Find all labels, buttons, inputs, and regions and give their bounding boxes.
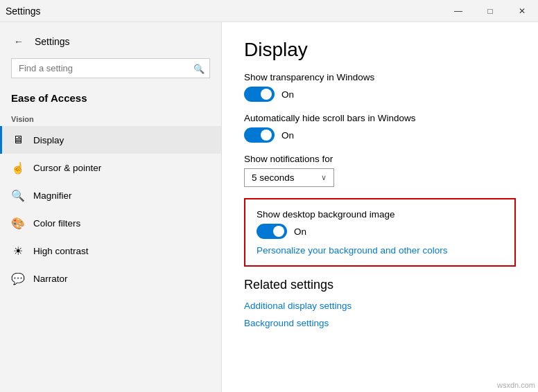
app-body: ← Settings 🔍 Ease of Access Vision 🖥 Dis… xyxy=(0,22,538,392)
sidebar-item-narrator[interactable]: 💬 Narrator xyxy=(0,265,221,292)
sidebar-item-colorfilters[interactable]: 🎨 Color filters xyxy=(0,209,221,237)
dropdown-value: 5 seconds xyxy=(252,172,295,183)
display-icon: 🖥 xyxy=(11,133,25,147)
sidebar-item-label: Narrator xyxy=(33,274,68,284)
sidebar: ← Settings 🔍 Ease of Access Vision 🖥 Dis… xyxy=(0,22,222,392)
ease-of-access-label: Ease of Access xyxy=(0,87,221,109)
search-input[interactable] xyxy=(11,58,210,78)
notifications-setting: Show notifications for 5 seconds ∨ xyxy=(244,154,516,187)
background-image-label: Show desktop background image xyxy=(257,209,503,220)
scrollbars-toggle-state: On xyxy=(281,130,294,141)
window-controls: — □ ✕ xyxy=(442,0,538,22)
sidebar-item-display[interactable]: 🖥 Display xyxy=(0,126,221,154)
title-bar-title: Settings xyxy=(6,6,41,17)
scrollbars-label: Automatically hide scroll bars in Window… xyxy=(244,113,516,123)
chevron-down-icon: ∨ xyxy=(321,173,327,182)
cursor-icon: ☝ xyxy=(11,161,25,175)
transparency-toggle-state: On xyxy=(281,89,294,100)
sidebar-item-label: Display xyxy=(33,135,64,145)
sidebar-item-label: Magnifier xyxy=(33,190,72,201)
search-icon: 🔍 xyxy=(193,63,205,73)
minimize-button[interactable]: — xyxy=(442,0,474,22)
maximize-button[interactable]: □ xyxy=(474,0,506,22)
background-toggle[interactable] xyxy=(257,224,287,239)
notifications-dropdown[interactable]: 5 seconds ∨ xyxy=(244,168,334,187)
scrollbars-setting: Automatically hide scroll bars in Window… xyxy=(244,113,516,143)
sidebar-item-label: Cursor & pointer xyxy=(33,163,101,173)
highlight-box: Show desktop background image On Persona… xyxy=(244,198,516,267)
colorfilters-icon: 🎨 xyxy=(11,216,25,230)
additional-display-link[interactable]: Additional display settings xyxy=(244,301,516,311)
background-toggle-state: On xyxy=(294,226,306,237)
scrollbars-toggle[interactable] xyxy=(244,127,275,143)
background-settings-link[interactable]: Background settings xyxy=(244,318,516,328)
notifications-label: Show notifications for xyxy=(244,154,516,164)
transparency-toggle[interactable] xyxy=(244,87,275,102)
background-toggle-row: On xyxy=(257,224,503,239)
related-settings: Related settings Additional display sett… xyxy=(244,278,516,328)
magnifier-icon: 🔍 xyxy=(11,188,25,202)
transparency-setting: Show transparency in Windows On xyxy=(244,72,516,102)
content-area: Display Show transparency in Windows On … xyxy=(222,22,538,392)
back-button[interactable]: ← xyxy=(11,33,26,50)
transparency-label: Show transparency in Windows xyxy=(244,72,516,82)
highcontrast-icon: ☀ xyxy=(11,244,25,258)
related-settings-title: Related settings xyxy=(244,278,516,292)
sidebar-item-highcontrast[interactable]: ☀ High contrast xyxy=(0,237,221,265)
page-title: Display xyxy=(244,39,516,61)
sidebar-item-label: Color filters xyxy=(33,218,80,229)
sidebar-item-magnifier[interactable]: 🔍 Magnifier xyxy=(0,181,221,209)
transparency-toggle-row: On xyxy=(244,87,516,102)
close-button[interactable]: ✕ xyxy=(506,0,538,22)
sidebar-app-title: Settings xyxy=(35,36,70,47)
narrator-icon: 💬 xyxy=(11,271,25,285)
scrollbars-toggle-row: On xyxy=(244,127,516,143)
sidebar-top: ← Settings xyxy=(0,28,221,55)
sidebar-item-label: High contrast xyxy=(33,246,89,256)
search-box: 🔍 xyxy=(11,58,210,78)
vision-section-title: Vision xyxy=(0,109,221,126)
sidebar-item-cursor[interactable]: ☝ Cursor & pointer xyxy=(0,154,221,181)
title-bar: Settings — □ ✕ xyxy=(0,0,538,22)
personalize-link[interactable]: Personalize your background and other co… xyxy=(257,245,447,256)
